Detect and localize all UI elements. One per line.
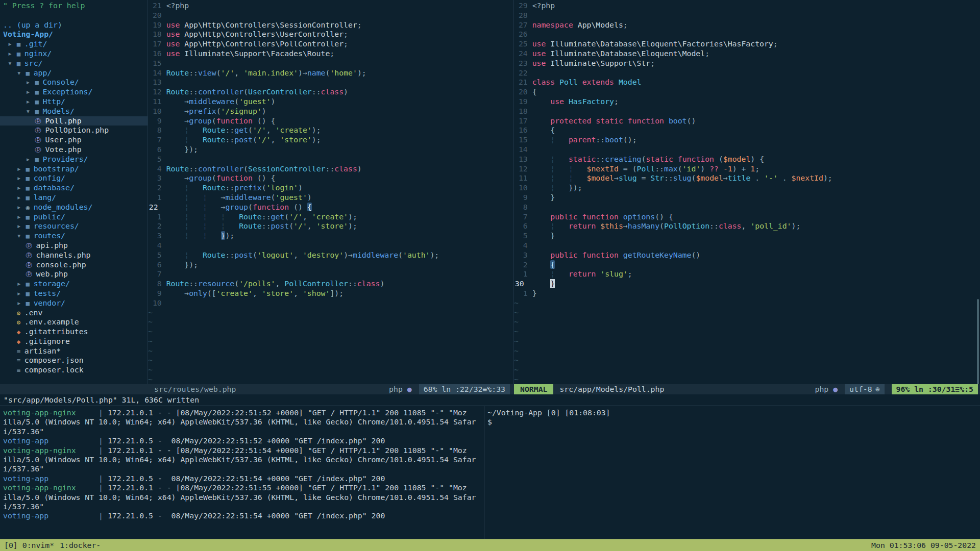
code-line[interactable]: 4 <box>514 241 980 251</box>
file-explorer[interactable]: " Press ? for help.. (up a dir)Voting-Ap… <box>0 0 148 384</box>
code-line[interactable]: 1 ¦ ¦ →middleware('guest') <box>148 193 513 203</box>
chevron-right-icon[interactable]: ▸ <box>17 183 26 192</box>
code-line[interactable]: 10 ¦ }); <box>514 183 980 193</box>
empty-buffer-line[interactable]: ~ <box>148 365 513 375</box>
code-line[interactable]: 24use Illuminate\Database\Eloquent\Model… <box>514 49 980 59</box>
chevron-right-icon[interactable]: ▸ <box>17 289 26 297</box>
tree-item-.gitattributes[interactable]: ◆ .gitattributes <box>0 327 148 337</box>
code-line[interactable]: 14Route::view('/', 'main.index')→name('h… <box>148 68 513 78</box>
tree-item-PollOption.php[interactable]: ⓟ PollOption.php <box>0 126 148 135</box>
tree-item-resources[interactable]: ▸ ■ resources/ <box>0 221 148 231</box>
code-line[interactable]: 16use Illuminate\Support\Facades\Route; <box>148 49 513 59</box>
tree-item-channels.php[interactable]: ⓟ channels.php <box>0 251 148 260</box>
code-line[interactable]: 8 ¦ Route::get('/', 'create'); <box>148 126 513 135</box>
empty-buffer-line[interactable]: ~ <box>514 375 980 384</box>
tree-item-routes[interactable]: ▾ ■ routes/ <box>0 231 148 241</box>
code-line[interactable]: 27namespace App\Models; <box>514 20 980 30</box>
code-line[interactable]: 26 <box>514 30 980 39</box>
code-line[interactable]: 18use App\Http\Controllers\UserControlle… <box>148 30 513 39</box>
code-line[interactable]: 5 ¦ Route::post('logout', 'destroy')→mid… <box>148 251 513 260</box>
code-line[interactable]: 20{ <box>514 87 980 97</box>
code-line[interactable]: 8Route::resource('/polls', PollControlle… <box>148 279 513 289</box>
editor-pane-poll-php[interactable]: 29<?php2827namespace App\Models;2625use … <box>514 0 980 384</box>
chevron-right-icon[interactable]: ▸ <box>17 221 26 230</box>
code-line[interactable]: 15 <box>148 59 513 68</box>
tree-item-public[interactable]: ▸ ■ public/ <box>0 212 148 222</box>
tree-item-composer.lock[interactable]: ≡ composer.lock <box>0 365 148 375</box>
code-line[interactable]: 20 <box>148 11 513 20</box>
code-line[interactable]: 17use App\Http\Controllers\PollControlle… <box>148 39 513 49</box>
code-line[interactable]: 11 ¦ ¦ $model→slug = Str::slug($model→ti… <box>514 173 980 183</box>
code-line[interactable]: 17 protected static function boot() <box>514 116 980 126</box>
chevron-right-icon[interactable]: ▸ <box>17 212 26 221</box>
empty-buffer-line[interactable]: ~ <box>148 356 513 365</box>
code-line[interactable]: 3 →group(function () { <box>148 173 513 183</box>
tree-item-User.php[interactable]: ⓟ User.php <box>0 135 148 145</box>
code-line[interactable]: 9 →group(function () { <box>148 116 513 126</box>
empty-buffer-line[interactable]: ~ <box>514 337 980 346</box>
code-line[interactable]: 21<?php <box>148 1 513 11</box>
shell-prompt-line[interactable]: $ <box>487 417 980 427</box>
empty-buffer-line[interactable]: ~ <box>514 327 980 337</box>
empty-buffer-line[interactable]: ~ <box>514 356 980 365</box>
chevron-right-icon[interactable]: ▸ <box>17 173 26 182</box>
tree-item-src[interactable]: ▾ ■ src/ <box>0 59 148 68</box>
tree-item-.env[interactable]: ⚙ .env <box>0 308 148 318</box>
code-line[interactable]: 1} <box>514 289 980 298</box>
empty-buffer-line[interactable]: ~ <box>148 327 513 337</box>
empty-buffer-line[interactable]: ~ <box>148 375 513 384</box>
tree-item-database[interactable]: ▸ ■ database/ <box>0 183 148 193</box>
tree-item-..upadir[interactable]: .. (up a dir) <box>0 20 148 30</box>
chevron-right-icon[interactable]: ▸ <box>17 193 26 202</box>
tree-item-Console[interactable]: ▸ ■ Console/ <box>0 78 148 87</box>
empty-buffer-line[interactable]: ~ <box>148 346 513 356</box>
tree-item-Pressforhelp[interactable]: " Press ? for help <box>0 1 148 11</box>
chevron-right-icon[interactable]: ▸ <box>26 87 35 96</box>
tree-item-node_modules[interactable]: ▸ ◉ node_modules/ <box>0 203 148 212</box>
code-line[interactable]: 7 <box>148 269 513 279</box>
tree-item-tests[interactable]: ▸ ■ tests/ <box>0 289 148 298</box>
chevron-right-icon[interactable]: ▸ <box>8 49 17 58</box>
code-line[interactable]: 9 →only(['create', 'store', 'show']); <box>148 289 513 298</box>
tree-item-api.php[interactable]: ⓟ api.php <box>0 241 148 251</box>
code-line[interactable]: 28 <box>514 11 980 20</box>
code-line[interactable]: 19use App\Http\Controllers\SessionContro… <box>148 20 513 30</box>
chevron-right-icon[interactable]: ▸ <box>8 39 17 48</box>
code-line[interactable]: 14 <box>514 145 980 155</box>
tree-item-.env.example[interactable]: ⚙ .env.example <box>0 317 148 327</box>
chevron-down-icon[interactable]: ▾ <box>17 231 26 240</box>
code-line[interactable]: 22 ¦ ¦ →group(function () { <box>148 203 513 212</box>
tree-item-Http[interactable]: ▸ ■ Http/ <box>0 97 148 107</box>
tree-item-web.php[interactable]: ⓟ web.php <box>0 269 148 279</box>
empty-buffer-line[interactable]: ~ <box>514 308 980 318</box>
tree-item-Voting-App[interactable]: Voting-App/ <box>0 30 148 39</box>
chevron-right-icon[interactable]: ▸ <box>17 203 26 211</box>
code-line[interactable]: 13 <box>148 78 513 87</box>
chevron-right-icon[interactable]: ▸ <box>17 164 26 173</box>
empty-buffer-line[interactable]: ~ <box>514 298 980 308</box>
code-line[interactable]: 30 } <box>514 279 980 289</box>
code-line[interactable]: 4 <box>148 241 513 251</box>
tree-item-.git[interactable]: ▸ ■ .git/ <box>0 39 148 49</box>
empty-buffer-line[interactable]: ~ <box>148 337 513 346</box>
tmux-window-0[interactable]: 0:nvim* <box>22 541 54 549</box>
code-line[interactable]: 12Route::controller(UserController::clas… <box>148 87 513 97</box>
chevron-down-icon[interactable]: ▾ <box>8 59 17 67</box>
code-line[interactable]: 5 } <box>514 231 980 241</box>
tree-item-config[interactable]: ▸ ■ config/ <box>0 173 148 183</box>
code-line[interactable]: 3 ¦ ¦ }); <box>148 231 513 241</box>
chevron-right-icon[interactable]: ▸ <box>17 298 26 307</box>
code-line[interactable]: 6 }); <box>148 260 513 270</box>
empty-buffer-line[interactable]: ~ <box>514 317 980 327</box>
tree-item-composer.json[interactable]: ≡ composer.json <box>0 356 148 365</box>
code-line[interactable]: 2 ¦ Route::prefix('login') <box>148 183 513 193</box>
code-line[interactable]: 12 ¦ ¦ $nextId = (Poll::max('id') ?? -1)… <box>514 164 980 174</box>
code-line[interactable]: 5 <box>148 155 513 164</box>
tree-item-app[interactable]: ▾ ■ app/ <box>0 68 148 78</box>
code-line[interactable]: 3 public function getRouteKeyName() <box>514 251 980 260</box>
code-line[interactable]: 7 public function options() { <box>514 212 980 222</box>
code-line[interactable]: 22 <box>514 68 980 78</box>
empty-buffer-line[interactable]: ~ <box>148 317 513 327</box>
empty-buffer-line[interactable]: ~ <box>148 308 513 318</box>
code-line[interactable]: 2 { <box>514 260 980 270</box>
